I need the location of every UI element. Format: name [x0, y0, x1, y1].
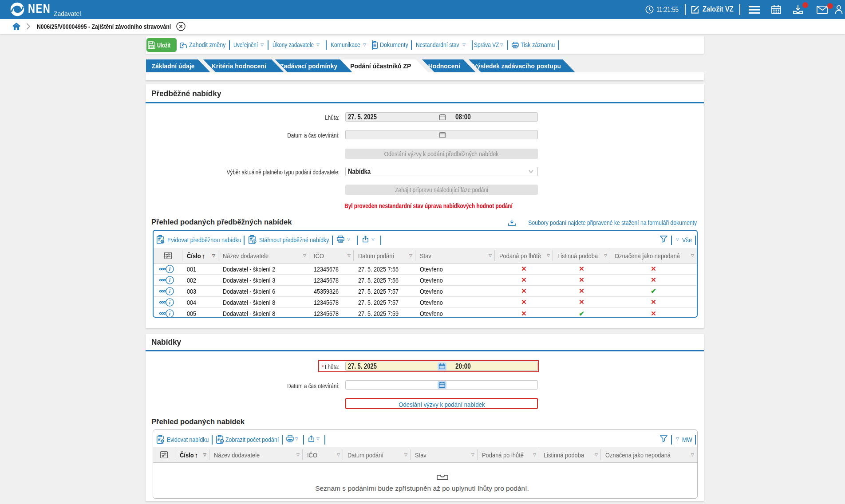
svg-text:i: i: [169, 266, 171, 272]
svg-text:i: i: [169, 299, 171, 305]
svg-text:i: i: [169, 288, 171, 294]
svg-text:i: i: [169, 277, 171, 283]
svg-text:i: i: [169, 311, 171, 317]
